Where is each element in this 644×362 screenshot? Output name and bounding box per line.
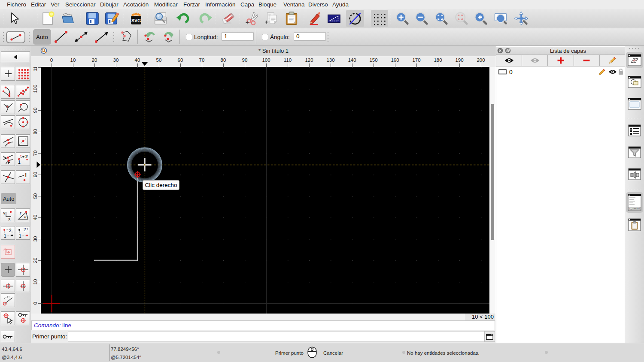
- svg-text:100: 100: [33, 84, 38, 93]
- svg-text:80: 80: [33, 129, 38, 135]
- svg-text:30: 30: [113, 57, 119, 63]
- svg-text:10: 10: [70, 57, 76, 63]
- svg-text:20: 20: [33, 258, 38, 263]
- svg-text:a: a: [24, 214, 27, 219]
- svg-text:!: !: [25, 172, 27, 178]
- svg-text:20: 20: [92, 57, 97, 63]
- svg-text:140: 140: [348, 57, 356, 63]
- svg-text:110: 110: [284, 57, 292, 63]
- svg-text:2: 2: [25, 154, 28, 159]
- svg-text:y: y: [3, 210, 6, 215]
- svg-text:200: 200: [477, 57, 485, 63]
- svg-text:SVG: SVG: [131, 18, 141, 23]
- svg-text:1: 1: [18, 160, 21, 165]
- svg-text:130: 130: [326, 57, 334, 63]
- svg-text:c_command: c_command: [629, 208, 640, 210]
- svg-text:Lista de capas: Lista de capas: [550, 48, 586, 54]
- svg-text:90: 90: [33, 108, 38, 113]
- svg-text:40: 40: [135, 57, 140, 63]
- svg-text:40: 40: [33, 215, 38, 220]
- svg-text:50: 50: [33, 193, 38, 199]
- svg-text:90: 90: [242, 57, 248, 63]
- svg-text:50: 50: [156, 57, 162, 63]
- svg-text:10: 10: [33, 279, 38, 285]
- svg-text:60: 60: [33, 172, 38, 178]
- svg-text:150: 150: [369, 57, 377, 63]
- svg-text:2: 2: [9, 228, 12, 233]
- svg-text:30: 30: [33, 236, 38, 242]
- svg-text:x: x: [8, 216, 11, 221]
- svg-text:r: r: [20, 211, 21, 216]
- svg-text:70: 70: [199, 57, 205, 63]
- svg-text:180: 180: [434, 57, 442, 63]
- svg-text:160: 160: [391, 57, 399, 63]
- svg-text:80: 80: [221, 57, 226, 63]
- svg-text:110: 110: [33, 67, 38, 71]
- svg-text:170: 170: [412, 57, 420, 63]
- svg-text:70: 70: [33, 151, 38, 156]
- svg-text:120: 120: [305, 57, 313, 63]
- svg-text:0: 0: [33, 302, 38, 305]
- svg-text:0: 0: [509, 69, 513, 75]
- svg-text:100: 100: [262, 57, 270, 63]
- svg-text:0: 0: [50, 57, 53, 63]
- svg-text:+: +: [26, 227, 28, 231]
- svg-text:60: 60: [178, 57, 183, 63]
- svg-text:190: 190: [455, 57, 463, 63]
